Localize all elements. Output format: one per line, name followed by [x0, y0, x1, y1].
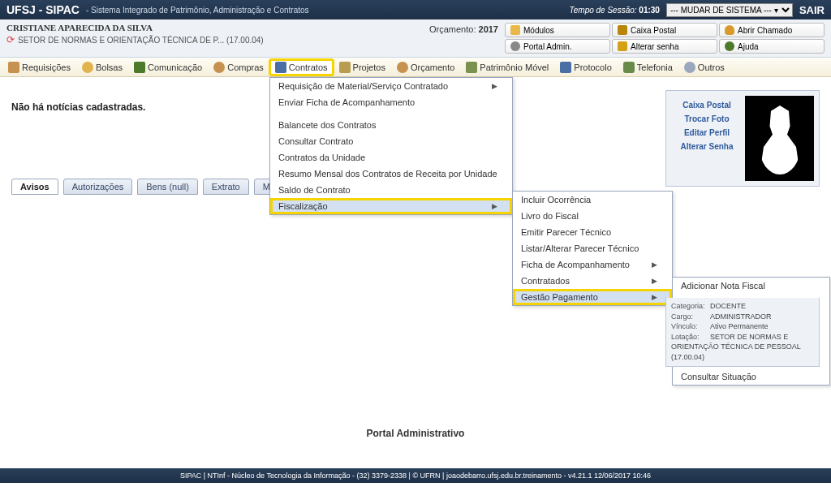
menuitem-resumo-mensal[interactable]: Resumo Mensal dos Contratos de Receita p… [270, 166, 512, 182]
menuitem-listar-parecer[interactable]: Listar/Alterar Parecer Técnico [513, 240, 672, 256]
cart-icon [213, 62, 225, 73]
open-ticket-button[interactable]: Abrir Chamado [719, 23, 825, 37]
tab-extrato[interactable]: Extrato [203, 179, 249, 195]
tabs-row: Avisos Autorizações Bens (null) Extrato … [11, 179, 286, 195]
content-area: Não há notícias cadastradas. Avisos Auto… [0, 77, 831, 483]
menu-requisicoes[interactable]: Requisições [3, 60, 75, 75]
menuitem-requisicao-material[interactable]: Requisição de Material/Serviço Contratad… [270, 78, 512, 94]
coin-icon [82, 62, 93, 73]
session-time: Tempo de Sessão: 01:30 [570, 6, 660, 15]
menuitem-contratados[interactable]: Contratados▶ [513, 273, 672, 289]
menuitem-gestao-pagamento[interactable]: Gestão Pagamento▶ [513, 289, 672, 305]
system-select[interactable]: --- MUDAR DE SISTEMA --- ▾ [666, 3, 793, 17]
gear-icon [510, 41, 520, 51]
chevron-right-icon: ▶ [652, 293, 657, 301]
portal-admin-button[interactable]: Portal Admin. [505, 39, 610, 54]
menuitem-livro-fiscal[interactable]: Livro do Fiscal [513, 208, 672, 224]
user-name: CRISTIANE APARECIDA DA SILVA [6, 23, 429, 32]
link-caixa-postal[interactable]: Caixa Postal [671, 101, 743, 110]
flag-icon [339, 62, 351, 73]
menu-telefonia[interactable]: Telefonia [618, 60, 678, 75]
phone-icon [623, 62, 635, 73]
menu-comunicacao[interactable]: Comunicação [129, 60, 207, 75]
top-buttons: Módulos Caixa Postal Abrir Chamado Porta… [505, 23, 825, 54]
menuitem-contratos-unidade[interactable]: Contratos da Unidade [270, 149, 512, 166]
menu-bolsas[interactable]: Bolsas [77, 60, 127, 75]
budget-year: Orçamento: 2017 [429, 23, 498, 54]
menu-patrimonio[interactable]: Patrimônio Móvel [461, 60, 553, 75]
money-icon [397, 62, 408, 73]
cube-icon [510, 25, 520, 35]
fiscalizacao-dropdown: Incluir Ocorrência Livro do Fiscal Emiti… [512, 191, 673, 306]
chevron-right-icon: ▶ [652, 261, 657, 269]
menuitem-saldo-contrato[interactable]: Saldo de Contrato [270, 182, 512, 198]
bell-icon [725, 25, 734, 35]
brand: UFSJ - SIPAC [6, 3, 80, 16]
menuitem-ficha-acompanhamento[interactable]: Ficha de Acompanhamento▶ [513, 256, 672, 273]
tab-avisos[interactable]: Avisos [11, 179, 58, 195]
search-icon [684, 62, 695, 73]
menuitem-consultar-contrato[interactable]: Consultar Contrato [270, 133, 512, 149]
menu-protocolo[interactable]: Protocolo [555, 60, 616, 75]
tab-autorizacoes[interactable]: Autorizações [63, 179, 133, 195]
file-icon [560, 62, 571, 73]
building-icon [466, 62, 477, 73]
menuitem-consultar-situacao[interactable]: Consultar Situação [673, 368, 829, 385]
user-panel: Caixa Postal Trocar Foto Editar Perfil A… [665, 90, 820, 187]
menu-outros[interactable]: Outros [679, 60, 730, 75]
main-menu: Requisições Bolsas Comunicação Compras C… [0, 58, 831, 77]
chevron-right-icon: ▶ [652, 277, 657, 285]
link-trocar-foto[interactable]: Trocar Foto [671, 114, 743, 123]
refresh-icon[interactable]: ⟳ [6, 34, 15, 45]
help-button[interactable]: Ajuda [719, 39, 825, 54]
menuitem-adicionar-nota[interactable]: Adicionar Nota Fiscal [673, 278, 829, 294]
document-icon [275, 62, 286, 73]
menu-orcamento[interactable]: Orçamento [392, 60, 459, 75]
brand-subtitle: - Sistema Integrado de Patrimônio, Admin… [86, 6, 570, 15]
portal-title: Portal Administrativo [0, 428, 831, 439]
menu-compras[interactable]: Compras [209, 60, 269, 75]
mailbox-button[interactable]: Caixa Postal [612, 23, 717, 37]
menu-projetos[interactable]: Projetos [334, 60, 390, 75]
menuitem-emitir-parecer[interactable]: Emitir Parecer Técnico [513, 224, 672, 240]
chevron-right-icon: ▶ [492, 82, 497, 90]
avatar [745, 96, 814, 181]
contratos-dropdown: Requisição de Material/Serviço Contratad… [269, 77, 513, 215]
menuitem-enviar-ficha[interactable]: Enviar Ficha de Acompanhamento [270, 94, 512, 110]
menuitem-balancete[interactable]: Balancete dos Contratos [270, 117, 512, 133]
link-alterar-senha[interactable]: Alterar Senha [671, 142, 743, 151]
menu-contratos[interactable]: Contratos [270, 60, 333, 75]
logout-link[interactable]: SAIR [799, 4, 825, 16]
footer: SIPAC | NTInf - Núcleo de Tecnologia da … [0, 468, 831, 483]
clipboard-icon [8, 62, 19, 73]
tab-bens[interactable]: Bens (null) [137, 179, 198, 195]
info-bar: CRISTIANE APARECIDA DA SILVA ⟳ SETOR DE … [0, 19, 831, 58]
user-sector: ⟳ SETOR DE NORMAS E ORIENTAÇÃO TÉCNICA D… [6, 34, 429, 45]
book-icon [134, 62, 145, 73]
menuitem-incluir-ocorrencia[interactable]: Incluir Ocorrência [513, 192, 672, 208]
chevron-right-icon: ▶ [492, 202, 497, 210]
user-info: Categoria:DOCENTE Cargo:ADMINISTRADOR Ví… [665, 298, 820, 367]
modules-button[interactable]: Módulos [505, 23, 610, 37]
link-editar-perfil[interactable]: Editar Perfil [671, 128, 743, 137]
top-bar: UFSJ - SIPAC - Sistema Integrado de Patr… [0, 0, 831, 19]
menuitem-fiscalizacao[interactable]: Fiscalização▶ [270, 198, 512, 214]
mail-icon [618, 25, 627, 35]
help-icon [725, 41, 734, 51]
change-password-button[interactable]: Alterar senha [612, 39, 717, 54]
key-icon [618, 41, 627, 51]
